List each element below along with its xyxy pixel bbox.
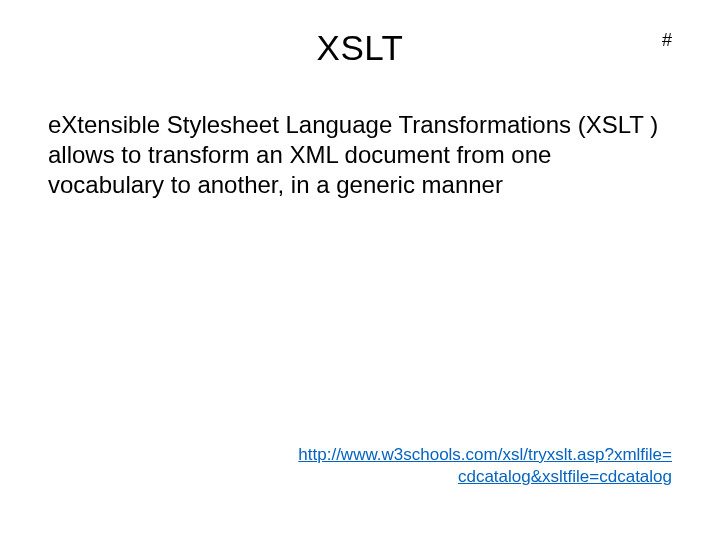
slide: # XSLT eXtensible Stylesheet Language Tr…: [0, 0, 720, 540]
slide-number: #: [662, 30, 672, 51]
slide-body: eXtensible Stylesheet Language Transform…: [48, 110, 672, 200]
reference-link[interactable]: http://www.w3schools.com/xsl/tryxslt.asp…: [298, 445, 672, 486]
footer-link-container: http://www.w3schools.com/xsl/tryxslt.asp…: [292, 444, 672, 488]
slide-title: XSLT: [48, 28, 672, 68]
